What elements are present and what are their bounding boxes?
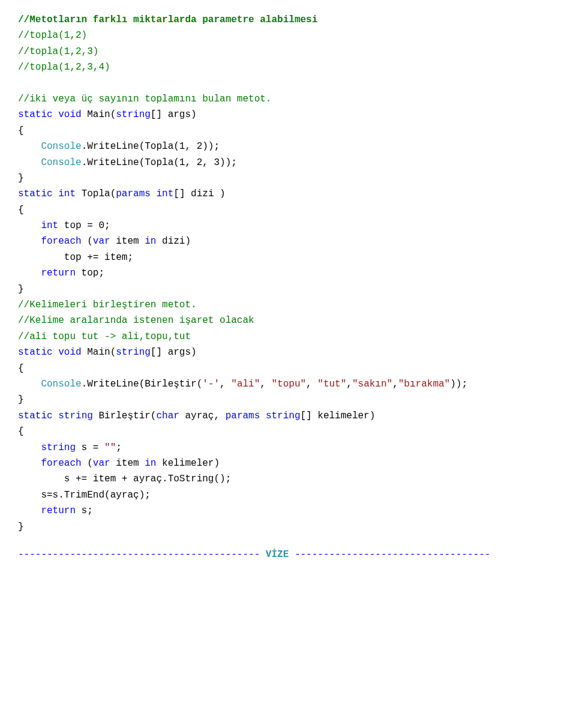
code: , bbox=[392, 379, 398, 390]
code: s += item + ayraç.ToString(); bbox=[18, 474, 231, 484]
keyword: static bbox=[18, 188, 53, 199]
keyword: string bbox=[41, 442, 76, 453]
code: , bbox=[306, 379, 317, 390]
keyword: static bbox=[18, 109, 53, 120]
code: s = bbox=[76, 442, 104, 453]
comment: //ali topu tut -> ali,topu,tut bbox=[18, 331, 191, 342]
keyword: void bbox=[58, 109, 81, 120]
keyword: int bbox=[58, 188, 76, 199]
code: , bbox=[346, 379, 352, 390]
indent bbox=[18, 236, 41, 247]
keyword: int bbox=[41, 220, 58, 231]
brace: { bbox=[18, 363, 24, 374]
keyword: static bbox=[18, 347, 53, 358]
code: kelimeler) bbox=[156, 458, 220, 469]
comment: //topla(1,2) bbox=[18, 30, 87, 41]
indent bbox=[18, 505, 41, 516]
indent bbox=[18, 458, 41, 469]
code: )); bbox=[450, 379, 467, 390]
code: [] kelimeler) bbox=[301, 411, 376, 421]
comment: //iki veya üç sayının toplamını bulan me… bbox=[18, 94, 271, 104]
code: ; bbox=[116, 442, 122, 453]
string-literal: "sakın" bbox=[352, 379, 392, 390]
code: item bbox=[110, 458, 145, 469]
indent bbox=[18, 268, 41, 278]
comment: //Metotların farklı miktarlarda parametr… bbox=[18, 14, 317, 25]
vize-label: VİZE bbox=[260, 549, 295, 560]
code: top += item; bbox=[18, 252, 133, 263]
code: [] args) bbox=[151, 109, 197, 120]
indent bbox=[18, 379, 41, 390]
brace: } bbox=[18, 173, 24, 184]
comment: //topla(1,2,3) bbox=[18, 46, 98, 57]
keyword: return bbox=[41, 505, 76, 516]
comment: //Kelime aralarında istenen işaret olaca… bbox=[18, 315, 254, 326]
keyword: string bbox=[58, 411, 93, 421]
code: ( bbox=[82, 236, 93, 247]
keyword: foreach bbox=[41, 458, 81, 469]
keyword: string bbox=[266, 411, 301, 421]
code: , bbox=[220, 379, 231, 390]
code: Topla( bbox=[76, 188, 116, 199]
string-literal: "" bbox=[104, 442, 116, 453]
indent bbox=[18, 141, 41, 152]
indent bbox=[18, 157, 41, 168]
code: s=s.TrimEnd(ayraç); bbox=[18, 490, 151, 501]
code: Main( bbox=[82, 347, 116, 358]
string-literal: "bırakma" bbox=[398, 379, 450, 390]
keyword: return bbox=[41, 268, 76, 278]
brace: { bbox=[18, 205, 24, 215]
code: .WriteLine(Birleştir( bbox=[82, 379, 203, 390]
keyword: string bbox=[116, 347, 151, 358]
comment: //Kelimeleri birleştiren metot. bbox=[18, 299, 197, 310]
code: item bbox=[110, 236, 145, 247]
code: [] dizi ) bbox=[173, 188, 225, 199]
code: ( bbox=[82, 458, 93, 469]
code-block: //Metotların farklı miktarlarda parametr… bbox=[18, 12, 558, 535]
keyword: in bbox=[145, 458, 156, 469]
code: Main( bbox=[82, 109, 116, 120]
keyword: char bbox=[156, 411, 179, 421]
keyword: static bbox=[18, 411, 53, 421]
keyword: params bbox=[226, 411, 260, 421]
vize-separator: ----------------------------------------… bbox=[18, 547, 558, 562]
code: top = 0; bbox=[58, 220, 110, 231]
string-literal: "ali" bbox=[231, 379, 260, 390]
code: top; bbox=[76, 268, 104, 278]
code: .WriteLine(Topla(1, 2)); bbox=[82, 141, 220, 152]
class-name: Console bbox=[41, 157, 81, 168]
code: , bbox=[260, 379, 271, 390]
code: ayraç, bbox=[179, 411, 226, 421]
keyword: foreach bbox=[41, 236, 81, 247]
indent bbox=[18, 442, 41, 453]
brace: } bbox=[18, 284, 24, 295]
comment: //topla(1,2,3,4) bbox=[18, 62, 110, 73]
dashes-left: ----------------------------------------… bbox=[18, 549, 260, 560]
code: s; bbox=[76, 505, 93, 516]
keyword: in bbox=[145, 236, 156, 247]
dashes-right: ---------------------------------- bbox=[295, 549, 490, 560]
string-literal: "topu" bbox=[272, 379, 307, 390]
keyword: var bbox=[93, 458, 110, 469]
string-literal: "tut" bbox=[317, 379, 346, 390]
class-name: Console bbox=[41, 379, 81, 390]
code: Birleştir( bbox=[93, 411, 157, 421]
brace: { bbox=[18, 125, 24, 136]
code: dizi) bbox=[156, 236, 191, 247]
brace: } bbox=[18, 394, 24, 405]
keyword: int bbox=[156, 188, 173, 199]
code: .WriteLine(Topla(1, 2, 3)); bbox=[82, 157, 237, 168]
class-name: Console bbox=[41, 141, 81, 152]
keyword: string bbox=[116, 109, 151, 120]
brace: { bbox=[18, 426, 24, 437]
brace: } bbox=[18, 522, 24, 532]
char-literal: '-' bbox=[202, 379, 220, 390]
keyword: void bbox=[58, 347, 81, 358]
indent bbox=[18, 220, 41, 231]
code: [] args) bbox=[151, 347, 197, 358]
keyword: params bbox=[116, 188, 151, 199]
keyword: var bbox=[93, 236, 110, 247]
